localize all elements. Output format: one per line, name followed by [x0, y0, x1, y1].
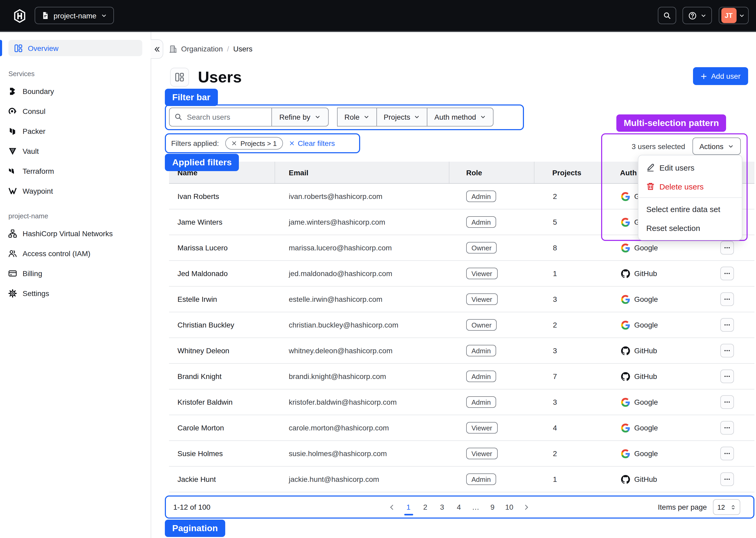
project-switcher-button[interactable]: project-name	[35, 7, 114, 24]
page-number[interactable]: 9	[484, 503, 501, 511]
sidebar-item-label: Boundary	[23, 87, 54, 95]
annotation-filter-bar: Filter bar	[165, 89, 218, 106]
menu-item[interactable]: Edit users	[638, 158, 742, 177]
pagination-range: 1-12 of 100	[173, 496, 210, 518]
user-menu-button[interactable]: JT	[719, 7, 749, 24]
page-number[interactable]: 1	[400, 503, 417, 511]
cell-auth-method: GitHub	[621, 467, 657, 492]
clear-filters-link[interactable]: Clear filters	[289, 139, 335, 147]
cell-email: whitney.deleon@hashicorp.com	[289, 338, 393, 363]
table-row: Brandi Knight brandi.knight@hashicorp.co…	[169, 364, 754, 390]
row-actions-button[interactable]	[720, 267, 734, 280]
cell-email: susie.holmes@hashicorp.com	[289, 441, 387, 466]
breadcrumb-organization[interactable]: Organization	[181, 45, 223, 53]
table-row: Estelle Irwin estelle.irwin@hashicorp.co…	[169, 287, 754, 312]
cell-email: christian.buckley@hashicorp.com	[289, 312, 399, 338]
page-number[interactable]: 10	[501, 503, 518, 511]
cell-name: Brandi Knight	[178, 364, 222, 389]
cell-name: Jackie Hunt	[178, 467, 216, 492]
menu-item[interactable]: Select entire data set	[638, 199, 742, 218]
filter-dropdown-group: Role Projects Auth method	[338, 108, 494, 127]
page-number[interactable]: 2	[417, 503, 434, 511]
annotation-applied-filters: Applied filters	[165, 154, 239, 171]
sidebar-item-label: Billing	[23, 269, 42, 278]
actions-button[interactable]: Actions	[692, 137, 741, 155]
items-per-page-stepper[interactable]: 12	[713, 499, 740, 515]
sidebar-item-label: Terraform	[23, 167, 54, 175]
menu-item-label: Select entire data set	[646, 204, 720, 213]
page-number[interactable]: …	[467, 503, 484, 511]
sidebar-item[interactable]: Settings	[8, 286, 142, 301]
cell-name: Jed Maldonado	[178, 261, 228, 286]
selection-count: 3 users selected	[631, 142, 685, 150]
sidebar-item-overview[interactable]: Overview	[8, 40, 142, 56]
filter-dropdown[interactable]: Auth method	[427, 108, 494, 127]
sidebar-item-label: Consul	[23, 107, 45, 116]
sidebar: Overview Services Boundary Consul	[0, 32, 151, 538]
column-header-projects: Projects	[552, 162, 581, 183]
menu-item-label: Delete users	[659, 182, 704, 191]
page-title-icon-box	[170, 68, 189, 86]
cell-email: jed.maldonado@hashicorp.com	[289, 261, 392, 286]
sidebar-item[interactable]: Vault	[8, 144, 142, 158]
row-actions-button[interactable]	[720, 421, 734, 435]
help-icon	[688, 11, 696, 20]
ellipsis-icon	[724, 270, 731, 277]
cell-email: ivan.roberts@hashicorp.com	[289, 184, 382, 209]
page-title: Users	[198, 68, 242, 86]
sidebar-item[interactable]: Access control (IAM)	[8, 246, 142, 261]
help-menu-button[interactable]	[682, 7, 712, 24]
sidebar-collapse-button[interactable]	[151, 39, 163, 59]
previous-page-button[interactable]	[383, 504, 400, 511]
menu-item[interactable]: Reset selection	[638, 218, 742, 237]
cell-projects: 1	[534, 261, 576, 286]
row-actions-button[interactable]	[720, 241, 734, 254]
cell-email: estelle.irwin@hashicorp.com	[289, 287, 382, 312]
plus-icon	[701, 73, 707, 80]
row-actions-button[interactable]	[720, 318, 734, 332]
row-actions-button[interactable]	[720, 447, 734, 460]
menu-item-icon	[646, 182, 655, 190]
row-actions-button[interactable]	[720, 369, 734, 383]
header-divider	[449, 162, 450, 183]
menu-item[interactable]: Delete users	[638, 177, 742, 196]
refine-by-button[interactable]: Refine by	[271, 108, 329, 127]
sidebar-item[interactable]: Waypoint	[8, 184, 142, 198]
filter-dropdown[interactable]: Role	[337, 108, 377, 127]
role-badge: Owner	[466, 242, 497, 253]
search-input[interactable]	[169, 108, 272, 127]
sidebar-item[interactable]: Packer	[8, 124, 142, 138]
sidebar-item[interactable]: Consul	[8, 104, 142, 119]
sidebar-item-label: Access control (IAM)	[23, 249, 90, 258]
service-icon	[8, 289, 17, 297]
row-actions-button[interactable]	[720, 472, 734, 486]
ellipsis-icon	[724, 399, 731, 406]
cell-projects: 7	[534, 364, 576, 389]
active-nav-indicator	[0, 40, 2, 56]
dismiss-icon	[289, 141, 295, 146]
add-user-button[interactable]: Add user	[693, 67, 748, 85]
chevron-left-icon	[388, 504, 395, 511]
next-page-button[interactable]	[518, 504, 534, 511]
sidebar-item[interactable]: Terraform	[8, 164, 142, 179]
sidebar-sections: Services Boundary Consul Packer	[8, 70, 142, 301]
applied-filter-pill[interactable]: Projects > 1	[225, 137, 283, 150]
sidebar-item[interactable]: HashiCorp Virtual Networks	[8, 226, 142, 241]
row-actions-button[interactable]	[720, 344, 734, 357]
table-row: Jed Maldonado jed.maldonado@hashicorp.co…	[169, 261, 754, 287]
sidebar-item[interactable]: Billing	[8, 266, 142, 281]
annotation-multi-selection: Multi-selection pattern	[616, 114, 726, 132]
row-actions-button[interactable]	[720, 395, 734, 409]
global-search-button[interactable]	[658, 7, 676, 24]
cell-auth-method: GitHub	[621, 338, 657, 363]
page-number[interactable]: 4	[451, 503, 467, 511]
filter-dropdown[interactable]: Projects	[376, 108, 428, 127]
sidebar-item[interactable]: Boundary	[8, 84, 142, 99]
row-actions-button[interactable]	[720, 293, 734, 306]
chevron-right-icon	[523, 504, 529, 511]
page-number[interactable]: 3	[434, 503, 451, 511]
header-divider	[275, 162, 275, 183]
dashboard-grid-icon	[175, 73, 184, 82]
google-icon	[621, 218, 630, 227]
role-badge: Viewer	[466, 294, 498, 305]
